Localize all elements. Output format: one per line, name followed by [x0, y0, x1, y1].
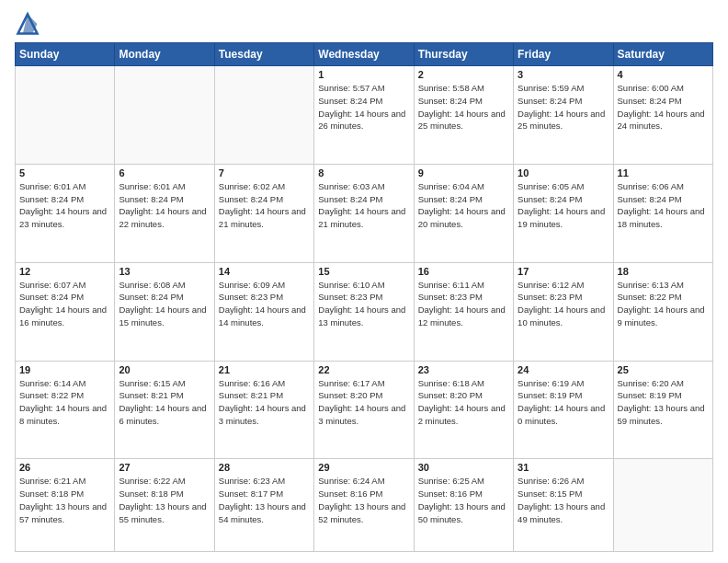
- weekday-header-monday: Monday: [115, 43, 214, 66]
- day-info: Sunrise: 6:03 AMSunset: 8:24 PMDaylight:…: [318, 180, 409, 231]
- weekday-header-thursday: Thursday: [414, 43, 513, 66]
- day-cell-15: 15Sunrise: 6:10 AMSunset: 8:23 PMDayligh…: [314, 262, 414, 361]
- day-number: 19: [19, 364, 110, 375]
- day-number: 30: [418, 462, 509, 473]
- day-number: 31: [518, 462, 609, 473]
- day-cell-22: 22Sunrise: 6:17 AMSunset: 8:20 PMDayligh…: [314, 361, 414, 459]
- day-info: Sunrise: 6:01 AMSunset: 8:24 PMDaylight:…: [19, 180, 110, 231]
- day-number: 11: [618, 167, 709, 178]
- weekday-header-tuesday: Tuesday: [214, 43, 313, 66]
- day-info: Sunrise: 6:18 AMSunset: 8:20 PMDaylight:…: [418, 377, 509, 428]
- logo: [15, 11, 44, 37]
- day-info: Sunrise: 6:10 AMSunset: 8:23 PMDaylight:…: [318, 279, 409, 329]
- page: SundayMondayTuesdayWednesdayThursdayFrid…: [0, 0, 728, 563]
- day-number: 28: [219, 462, 310, 473]
- day-number: 7: [219, 167, 310, 178]
- day-number: 10: [518, 167, 609, 178]
- day-info: Sunrise: 6:01 AMSunset: 8:24 PMDaylight:…: [119, 180, 210, 231]
- day-cell-25: 25Sunrise: 6:20 AMSunset: 8:19 PMDayligh…: [613, 361, 712, 459]
- day-info: Sunrise: 6:15 AMSunset: 8:21 PMDaylight:…: [119, 377, 210, 428]
- day-number: 2: [418, 69, 509, 80]
- day-cell-2: 2Sunrise: 5:58 AMSunset: 8:24 PMDaylight…: [414, 66, 513, 165]
- day-info: Sunrise: 6:16 AMSunset: 8:21 PMDaylight:…: [219, 377, 310, 428]
- day-info: Sunrise: 6:02 AMSunset: 8:24 PMDaylight:…: [219, 180, 310, 231]
- day-info: Sunrise: 6:05 AMSunset: 8:24 PMDaylight:…: [518, 180, 609, 231]
- day-number: 20: [119, 364, 210, 375]
- weekday-header-wednesday: Wednesday: [314, 43, 414, 66]
- day-cell-24: 24Sunrise: 6:19 AMSunset: 8:19 PMDayligh…: [514, 361, 613, 459]
- week-row-3: 12Sunrise: 6:07 AMSunset: 8:24 PMDayligh…: [16, 262, 713, 361]
- day-number: 6: [119, 167, 210, 178]
- day-info: Sunrise: 6:20 AMSunset: 8:19 PMDaylight:…: [618, 377, 709, 428]
- day-info: Sunrise: 6:09 AMSunset: 8:23 PMDaylight:…: [219, 279, 310, 329]
- header: [15, 11, 713, 37]
- day-number: 21: [219, 364, 310, 375]
- day-info: Sunrise: 6:00 AMSunset: 8:24 PMDaylight:…: [618, 82, 709, 132]
- week-row-4: 19Sunrise: 6:14 AMSunset: 8:22 PMDayligh…: [16, 361, 713, 459]
- day-cell-empty: [214, 66, 313, 165]
- day-cell-26: 26Sunrise: 6:21 AMSunset: 8:18 PMDayligh…: [16, 459, 115, 552]
- day-cell-21: 21Sunrise: 6:16 AMSunset: 8:21 PMDayligh…: [214, 361, 313, 459]
- week-row-1: 1Sunrise: 5:57 AMSunset: 8:24 PMDaylight…: [16, 66, 713, 165]
- day-cell-20: 20Sunrise: 6:15 AMSunset: 8:21 PMDayligh…: [115, 361, 214, 459]
- day-number: 29: [318, 462, 409, 473]
- week-row-2: 5Sunrise: 6:01 AMSunset: 8:24 PMDaylight…: [16, 164, 713, 262]
- day-info: Sunrise: 6:23 AMSunset: 8:17 PMDaylight:…: [219, 475, 310, 525]
- day-number: 24: [518, 364, 609, 375]
- day-info: Sunrise: 6:13 AMSunset: 8:22 PMDaylight:…: [618, 279, 709, 329]
- day-cell-empty: [16, 66, 115, 165]
- day-info: Sunrise: 6:12 AMSunset: 8:23 PMDaylight:…: [518, 279, 609, 329]
- day-number: 22: [318, 364, 409, 375]
- week-row-5: 26Sunrise: 6:21 AMSunset: 8:18 PMDayligh…: [16, 459, 713, 552]
- day-cell-17: 17Sunrise: 6:12 AMSunset: 8:23 PMDayligh…: [514, 262, 613, 361]
- day-info: Sunrise: 5:59 AMSunset: 8:24 PMDaylight:…: [518, 82, 609, 132]
- day-cell-29: 29Sunrise: 6:24 AMSunset: 8:16 PMDayligh…: [314, 459, 414, 552]
- day-cell-19: 19Sunrise: 6:14 AMSunset: 8:22 PMDayligh…: [16, 361, 115, 459]
- day-cell-13: 13Sunrise: 6:08 AMSunset: 8:24 PMDayligh…: [115, 262, 214, 361]
- day-number: 16: [418, 266, 509, 277]
- day-cell-1: 1Sunrise: 5:57 AMSunset: 8:24 PMDaylight…: [314, 66, 414, 165]
- day-number: 18: [618, 266, 709, 277]
- day-info: Sunrise: 6:19 AMSunset: 8:19 PMDaylight:…: [518, 377, 609, 428]
- day-info: Sunrise: 5:57 AMSunset: 8:24 PMDaylight:…: [318, 82, 409, 132]
- weekday-header-saturday: Saturday: [613, 43, 712, 66]
- day-cell-12: 12Sunrise: 6:07 AMSunset: 8:24 PMDayligh…: [16, 262, 115, 361]
- day-number: 26: [19, 462, 110, 473]
- day-number: 17: [518, 266, 609, 277]
- day-info: Sunrise: 6:22 AMSunset: 8:18 PMDaylight:…: [119, 475, 210, 525]
- day-info: Sunrise: 6:21 AMSunset: 8:18 PMDaylight:…: [19, 475, 110, 525]
- day-number: 27: [119, 462, 210, 473]
- day-cell-4: 4Sunrise: 6:00 AMSunset: 8:24 PMDaylight…: [613, 66, 712, 165]
- weekday-header-sunday: Sunday: [16, 43, 115, 66]
- day-cell-14: 14Sunrise: 6:09 AMSunset: 8:23 PMDayligh…: [214, 262, 313, 361]
- day-cell-8: 8Sunrise: 6:03 AMSunset: 8:24 PMDaylight…: [314, 164, 414, 262]
- day-info: Sunrise: 6:25 AMSunset: 8:16 PMDaylight:…: [418, 475, 509, 525]
- day-info: Sunrise: 5:58 AMSunset: 8:24 PMDaylight:…: [418, 82, 509, 132]
- day-cell-30: 30Sunrise: 6:25 AMSunset: 8:16 PMDayligh…: [414, 459, 513, 552]
- day-number: 23: [418, 364, 509, 375]
- calendar: SundayMondayTuesdayWednesdayThursdayFrid…: [15, 42, 713, 552]
- day-info: Sunrise: 6:14 AMSunset: 8:22 PMDaylight:…: [19, 377, 110, 428]
- day-cell-23: 23Sunrise: 6:18 AMSunset: 8:20 PMDayligh…: [414, 361, 513, 459]
- day-cell-5: 5Sunrise: 6:01 AMSunset: 8:24 PMDaylight…: [16, 164, 115, 262]
- day-number: 25: [618, 364, 709, 375]
- day-info: Sunrise: 6:11 AMSunset: 8:23 PMDaylight:…: [418, 279, 509, 329]
- day-cell-16: 16Sunrise: 6:11 AMSunset: 8:23 PMDayligh…: [414, 262, 513, 361]
- day-cell-empty: [115, 66, 214, 165]
- day-info: Sunrise: 6:07 AMSunset: 8:24 PMDaylight:…: [19, 279, 110, 329]
- day-info: Sunrise: 6:08 AMSunset: 8:24 PMDaylight:…: [119, 279, 210, 329]
- day-number: 14: [219, 266, 310, 277]
- day-number: 5: [19, 167, 110, 178]
- day-number: 4: [618, 69, 709, 80]
- day-number: 3: [518, 69, 609, 80]
- day-info: Sunrise: 6:17 AMSunset: 8:20 PMDaylight:…: [318, 377, 409, 428]
- day-number: 8: [318, 167, 409, 178]
- day-cell-empty: [613, 459, 712, 552]
- day-cell-10: 10Sunrise: 6:05 AMSunset: 8:24 PMDayligh…: [514, 164, 613, 262]
- day-cell-31: 31Sunrise: 6:26 AMSunset: 8:15 PMDayligh…: [514, 459, 613, 552]
- day-cell-27: 27Sunrise: 6:22 AMSunset: 8:18 PMDayligh…: [115, 459, 214, 552]
- logo-icon: [15, 11, 40, 37]
- day-number: 15: [318, 266, 409, 277]
- day-cell-6: 6Sunrise: 6:01 AMSunset: 8:24 PMDaylight…: [115, 164, 214, 262]
- day-info: Sunrise: 6:26 AMSunset: 8:15 PMDaylight:…: [518, 475, 609, 525]
